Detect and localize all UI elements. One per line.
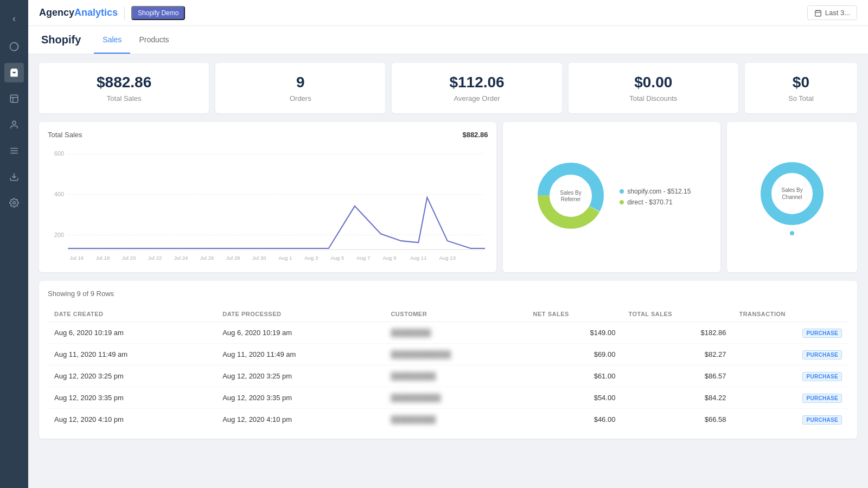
so-total-label: So Total bbox=[758, 94, 844, 102]
svg-text:Referrer: Referrer bbox=[561, 196, 581, 202]
chart-sales-by-referrer: Sales By Referrer shopify.com - $512.15 … bbox=[503, 122, 720, 272]
cell-date-created: Aug 12, 2020 3:25 pm bbox=[48, 365, 216, 387]
svg-text:Aug 11: Aug 11 bbox=[410, 255, 426, 261]
svg-text:Aug 13: Aug 13 bbox=[439, 255, 455, 261]
date-range-button[interactable]: Last 3... bbox=[807, 5, 857, 20]
svg-text:Aug 5: Aug 5 bbox=[330, 255, 344, 261]
sidebar-icon-person[interactable] bbox=[4, 115, 24, 134]
table-header-row: DATE CREATED DATE PROCESSED CUSTOMER NET… bbox=[48, 306, 848, 322]
cell-customer: █████████ bbox=[384, 365, 526, 387]
table-row: Aug 6, 2020 10:19 am Aug 6, 2020 10:19 a… bbox=[48, 322, 848, 343]
legend-direct-label: direct - $370.71 bbox=[627, 198, 672, 206]
cell-date-created: Aug 6, 2020 10:19 am bbox=[48, 322, 216, 343]
sidebar-icon-list[interactable] bbox=[4, 141, 24, 160]
col-transaction: TRANSACTION bbox=[732, 306, 848, 322]
cell-date-processed: Aug 12, 2020 4:10 pm bbox=[216, 408, 384, 430]
svg-text:Jul 18: Jul 18 bbox=[96, 255, 110, 261]
svg-text:Sales By: Sales By bbox=[560, 190, 582, 196]
svg-text:Jul 20: Jul 20 bbox=[122, 255, 136, 261]
cell-transaction: PURCHASE bbox=[732, 387, 848, 408]
line-chart-container: 600 400 200 Jul 16 Jul 18 bbox=[48, 145, 488, 264]
cell-date-created: Aug 11, 2020 11:49 am bbox=[48, 343, 216, 365]
col-customer: CUSTOMER bbox=[384, 306, 526, 322]
cell-net-sales: $149.00 bbox=[527, 322, 622, 343]
shopify-demo-badge[interactable]: Shopify Demo bbox=[131, 6, 185, 20]
metric-total-discounts: $0.00 Total Discounts bbox=[569, 63, 738, 113]
legend-direct: direct - $370.71 bbox=[620, 198, 691, 206]
channel-legend-item bbox=[790, 231, 794, 235]
orders-value: 9 bbox=[228, 74, 372, 91]
table-row: Aug 12, 2020 3:25 pm Aug 12, 2020 3:25 p… bbox=[48, 365, 848, 387]
cell-date-created: Aug 12, 2020 3:35 pm bbox=[48, 387, 216, 408]
sidebar-icon-download[interactable] bbox=[4, 167, 24, 187]
cell-customer: █████████ bbox=[384, 408, 526, 430]
date-range-label: Last 3... bbox=[825, 9, 850, 17]
logo-analytics: Analytics bbox=[74, 7, 118, 18]
cell-date-processed: Aug 6, 2020 10:19 am bbox=[216, 322, 384, 343]
cell-total-sales: $66.58 bbox=[622, 408, 732, 430]
svg-text:Aug 3: Aug 3 bbox=[304, 255, 318, 261]
calendar-icon bbox=[814, 9, 822, 17]
svg-text:Jul 22: Jul 22 bbox=[148, 255, 162, 261]
page-title: Shopify bbox=[41, 34, 81, 46]
chart-total-sales: Total Sales $882.86 600 400 200 bbox=[39, 122, 496, 272]
svg-text:Channel: Channel bbox=[782, 194, 802, 200]
average-order-label: Average Order bbox=[405, 94, 548, 102]
cell-total-sales: $82.27 bbox=[622, 343, 732, 365]
sidebar-icon-chart[interactable] bbox=[4, 89, 24, 108]
metric-total-sales: $882.86 Total Sales bbox=[39, 63, 209, 113]
sidebar: ‹ bbox=[0, 0, 28, 488]
legend-direct-dot bbox=[620, 200, 624, 204]
svg-text:Jul 24: Jul 24 bbox=[174, 255, 188, 261]
cell-transaction: PURCHASE bbox=[732, 365, 848, 387]
metric-average-order: $112.06 Average Order bbox=[392, 63, 561, 113]
channel-dot bbox=[790, 231, 794, 235]
table-row: Aug 12, 2020 3:35 pm Aug 12, 2020 3:35 p… bbox=[48, 387, 848, 408]
logo-agency: Agency bbox=[39, 7, 74, 18]
cell-date-processed: Aug 12, 2020 3:35 pm bbox=[216, 387, 384, 408]
cell-net-sales: $46.00 bbox=[527, 408, 622, 430]
svg-rect-6 bbox=[815, 10, 821, 16]
sidebar-icon-settings[interactable] bbox=[4, 193, 24, 213]
col-date-created: DATE CREATED bbox=[48, 306, 216, 322]
donut-referrer-svg-wrapper: Sales By Referrer bbox=[533, 158, 609, 236]
so-total-value: $0 bbox=[758, 74, 844, 91]
tab-products[interactable]: Products bbox=[130, 26, 177, 54]
cell-net-sales: $69.00 bbox=[527, 343, 622, 365]
cell-net-sales: $54.00 bbox=[527, 387, 622, 408]
legend-shopify-dot bbox=[620, 189, 624, 194]
sidebar-back-icon[interactable]: ‹ bbox=[4, 9, 24, 28]
main-content: AgencyAnalytics Shopify Demo Last 3... S… bbox=[28, 0, 868, 488]
svg-text:Aug 9: Aug 9 bbox=[382, 255, 396, 261]
donut-referrer-svg: Sales By Referrer bbox=[533, 158, 609, 234]
cell-customer: ████████████ bbox=[384, 343, 526, 365]
chart-title: Total Sales bbox=[48, 131, 82, 139]
data-table: DATE CREATED DATE PROCESSED CUSTOMER NET… bbox=[48, 306, 848, 430]
cell-transaction: PURCHASE bbox=[732, 408, 848, 430]
svg-text:400: 400 bbox=[54, 191, 64, 197]
legend-shopify-label: shopify.com - $512.15 bbox=[627, 188, 691, 195]
svg-text:Jul 26: Jul 26 bbox=[200, 255, 214, 261]
total-discounts-value: $0.00 bbox=[582, 74, 725, 91]
tab-sales[interactable]: Sales bbox=[94, 26, 130, 54]
line-chart-svg: 600 400 200 Jul 16 Jul 18 bbox=[48, 145, 488, 261]
svg-text:Jul 30: Jul 30 bbox=[252, 255, 266, 261]
cell-total-sales: $84.22 bbox=[622, 387, 732, 408]
average-order-value: $112.06 bbox=[405, 74, 548, 91]
sidebar-icon-cart[interactable] bbox=[4, 63, 24, 82]
table-row: Aug 11, 2020 11:49 am Aug 11, 2020 11:49… bbox=[48, 343, 848, 365]
total-discounts-label: Total Discounts bbox=[582, 94, 725, 102]
cell-customer: ██████████ bbox=[384, 387, 526, 408]
svg-text:Sales By: Sales By bbox=[781, 187, 802, 193]
table-header: DATE CREATED DATE PROCESSED CUSTOMER NET… bbox=[48, 306, 848, 322]
svg-text:Jul 28: Jul 28 bbox=[226, 255, 240, 261]
cell-net-sales: $61.00 bbox=[527, 365, 622, 387]
table-body: Aug 6, 2020 10:19 am Aug 6, 2020 10:19 a… bbox=[48, 322, 848, 430]
tabs: Sales Products bbox=[94, 26, 177, 54]
orders-label: Orders bbox=[228, 94, 372, 102]
donut-referrer-wrapper: Sales By Referrer shopify.com - $512.15 … bbox=[533, 158, 691, 236]
sidebar-icon-palette[interactable] bbox=[4, 37, 24, 56]
svg-text:600: 600 bbox=[54, 150, 64, 157]
svg-point-36 bbox=[766, 168, 818, 220]
total-sales-label: Total Sales bbox=[52, 94, 196, 102]
